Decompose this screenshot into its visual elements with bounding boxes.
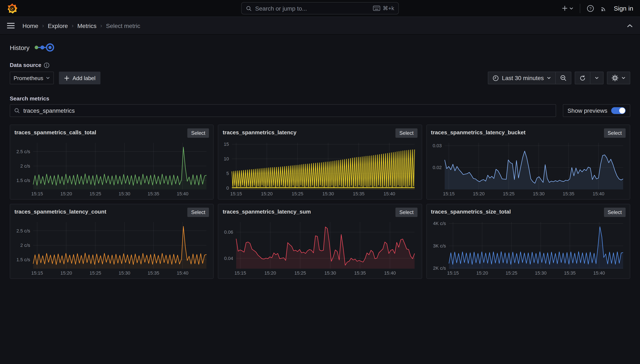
refresh-icon [580, 75, 586, 81]
history-section: History [10, 42, 630, 52]
svg-text:2 c/s: 2 c/s [20, 242, 30, 248]
breadcrumb-current: Select metric [106, 22, 140, 29]
metric-card-header: traces_spanmetrics_latency_count Select [14, 208, 209, 220]
breadcrumb-explore[interactable]: Explore [48, 22, 68, 29]
history-step-dot [34, 46, 38, 49]
svg-text:15:30: 15:30 [535, 270, 546, 276]
metric-title: traces_spanmetrics_latency_bucket [431, 128, 526, 136]
metric-card-header: traces_spanmetrics_size_total Select [431, 208, 626, 220]
svg-text:15:15: 15:15 [31, 191, 43, 196]
refresh-button[interactable] [575, 72, 590, 84]
refresh-interval-button[interactable] [590, 72, 603, 84]
metric-card: traces_spanmetrics_size_total Select 2K … [426, 204, 630, 279]
metric-card-header: traces_spanmetrics_latency_bucket Select [431, 128, 626, 140]
svg-text:15:25: 15:25 [90, 270, 101, 276]
mega-menu-button[interactable] [7, 22, 15, 29]
history-step-dot [40, 46, 44, 49]
svg-text:2 c/s: 2 c/s [20, 163, 30, 169]
svg-text:15:40: 15:40 [384, 191, 395, 196]
select-metric-button[interactable]: Select [604, 208, 626, 217]
chevron-down-icon [595, 76, 599, 80]
svg-text:15:15: 15:15 [31, 270, 43, 276]
show-previews-toggle[interactable] [611, 107, 626, 114]
svg-text:15:20: 15:20 [60, 191, 72, 196]
breadcrumb-separator: › [42, 22, 44, 29]
svg-text:15:35: 15:35 [354, 270, 366, 276]
svg-text:15:30: 15:30 [324, 270, 336, 276]
news-button[interactable] [600, 5, 607, 12]
help-button[interactable]: ? [586, 4, 594, 12]
svg-text:15:15: 15:15 [234, 270, 246, 276]
select-metric-button[interactable]: Select [396, 128, 418, 138]
select-metric-button[interactable]: Select [396, 208, 418, 217]
metric-card: traces_spanmetrics_calls_total Select 1.… [10, 124, 214, 200]
svg-text:15:25: 15:25 [294, 270, 306, 276]
zoom-out-button[interactable] [555, 72, 571, 84]
time-range-picker[interactable]: Last 30 minutes [488, 72, 555, 84]
svg-text:15:25: 15:25 [506, 270, 517, 276]
select-metric-button[interactable]: Select [187, 208, 209, 217]
grafana-app: ⌘+k ? Sign in Home › Explore › [0, 0, 640, 364]
query-controls: Prometheus Add label [10, 72, 101, 84]
svg-text:15:15: 15:15 [230, 191, 242, 196]
keyboard-icon [373, 6, 380, 11]
search-metrics-label: Search metrics [10, 95, 630, 102]
chevron-down-icon [46, 76, 50, 80]
metric-card: traces_spanmetrics_latency_sum Select 0.… [218, 204, 422, 279]
metric-preview-chart: 2K c/s3K c/s4K c/s15:1515:2015:2515:3015… [431, 220, 626, 276]
global-search-bar[interactable]: ⌘+k [241, 2, 399, 14]
info-icon [44, 62, 50, 68]
grafana-logo-icon[interactable] [7, 3, 18, 14]
collapse-header-button[interactable] [626, 23, 633, 28]
svg-text:15:40: 15:40 [593, 270, 605, 276]
sign-in-button[interactable]: Sign in [614, 5, 633, 12]
show-previews-control: Show previews [563, 104, 630, 117]
global-search-input[interactable] [255, 5, 370, 12]
breadcrumb-home[interactable]: Home [22, 22, 38, 29]
metric-preview-chart: 1.5 c/s2 c/s2.5 c/s15:1515:2015:2515:301… [14, 220, 209, 276]
svg-text:15:40: 15:40 [384, 270, 396, 276]
metric-card: traces_spanmetrics_latency_bucket Select… [426, 124, 630, 200]
metrics-search-box [10, 104, 556, 117]
gear-icon [612, 74, 618, 81]
rss-icon [600, 5, 607, 12]
svg-text:0.06: 0.06 [224, 230, 233, 235]
metric-title: traces_spanmetrics_latency [223, 128, 296, 136]
history-timeline[interactable] [34, 42, 55, 52]
hamburger-icon [7, 22, 15, 29]
svg-text:15:35: 15:35 [564, 270, 576, 276]
datasource-value: Prometheus [14, 75, 43, 81]
datasource-label: Data source [10, 62, 41, 68]
svg-text:4K c/s: 4K c/s [433, 221, 446, 226]
svg-text:2K c/s: 2K c/s [433, 266, 446, 271]
plus-icon [562, 5, 568, 12]
settings-button[interactable] [607, 72, 630, 84]
datasource-picker[interactable]: Prometheus [10, 72, 54, 84]
search-icon [14, 108, 20, 114]
svg-text:0.04: 0.04 [224, 256, 233, 261]
clock-icon [492, 75, 499, 81]
svg-text:15:40: 15:40 [177, 270, 188, 276]
metric-title: traces_spanmetrics_latency_sum [223, 208, 311, 215]
select-metric-button[interactable]: Select [604, 128, 626, 138]
breadcrumb-metrics[interactable]: Metrics [77, 22, 96, 29]
chevron-up-icon [626, 23, 633, 28]
metric-preview-chart: 05101515:1515:2015:2515:3015:3515:40 [223, 140, 418, 197]
new-menu-button[interactable] [562, 5, 574, 12]
svg-text:15:25: 15:25 [90, 191, 101, 196]
svg-text:2.5 c/s: 2.5 c/s [16, 228, 30, 234]
main-content: History Data source Prometheus [0, 35, 640, 279]
select-metric-button[interactable]: Select [187, 128, 209, 138]
metric-title: traces_spanmetrics_size_total [431, 208, 511, 215]
breadcrumb: Home › Explore › Metrics › Select metric [22, 22, 140, 29]
add-label-button[interactable]: Add label [59, 72, 100, 84]
metrics-search-input[interactable] [23, 107, 552, 114]
svg-text:15:40: 15:40 [177, 191, 188, 196]
svg-text:0: 0 [226, 186, 229, 191]
svg-text:15:30: 15:30 [322, 191, 334, 196]
breadcrumb-separator: › [100, 22, 102, 29]
metric-title: traces_spanmetrics_calls_total [14, 128, 96, 136]
svg-text:15:20: 15:20 [473, 191, 484, 196]
metric-card: traces_spanmetrics_latency Select 051015… [218, 124, 422, 200]
svg-text:1.5 c/s: 1.5 c/s [16, 178, 30, 183]
